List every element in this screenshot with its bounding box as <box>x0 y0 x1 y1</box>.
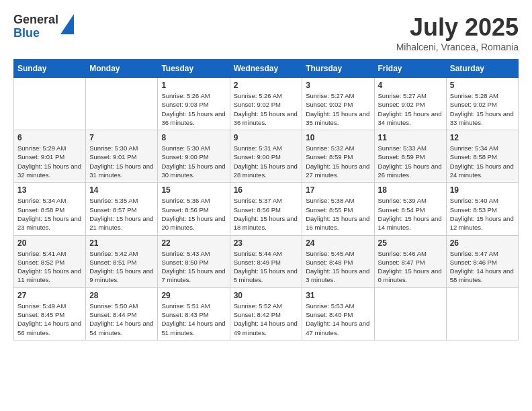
day-number: 19 <box>450 185 515 195</box>
calendar-cell: 29Sunrise: 5:51 AM Sunset: 8:43 PM Dayli… <box>158 287 230 340</box>
calendar-cell: 24Sunrise: 5:45 AM Sunset: 8:48 PM Dayli… <box>302 235 374 287</box>
calendar-cell: 12Sunrise: 5:34 AM Sunset: 8:58 PM Dayli… <box>446 130 518 183</box>
svg-marker-0 <box>60 14 74 34</box>
day-info: Sunrise: 5:40 AM Sunset: 8:53 PM Dayligh… <box>450 196 515 232</box>
day-info: Sunrise: 5:31 AM Sunset: 9:00 PM Dayligh… <box>234 144 299 179</box>
logo-triangle-icon <box>60 14 74 34</box>
calendar-header: SundayMondayTuesdayWednesdayThursdayFrid… <box>14 60 519 78</box>
calendar-cell: 30Sunrise: 5:52 AM Sunset: 8:42 PM Dayli… <box>230 287 302 340</box>
weekday-header-friday: Friday <box>374 60 446 78</box>
logo: General Blue <box>13 13 74 40</box>
calendar-cell: 22Sunrise: 5:43 AM Sunset: 8:50 PM Dayli… <box>158 235 230 287</box>
calendar-cell: 6Sunrise: 5:29 AM Sunset: 9:01 PM Daylig… <box>14 130 86 183</box>
logo-text: General Blue <box>13 13 58 40</box>
calendar-week-row: 20Sunrise: 5:41 AM Sunset: 8:52 PM Dayli… <box>14 235 519 287</box>
day-number: 9 <box>234 133 299 142</box>
day-number: 14 <box>89 185 154 195</box>
day-number: 18 <box>378 185 443 195</box>
day-info: Sunrise: 5:37 AM Sunset: 8:56 PM Dayligh… <box>234 196 299 232</box>
day-number: 30 <box>234 291 299 300</box>
day-info: Sunrise: 5:34 AM Sunset: 8:58 PM Dayligh… <box>17 196 82 232</box>
calendar-cell: 16Sunrise: 5:37 AM Sunset: 8:56 PM Dayli… <box>230 183 302 235</box>
calendar-cell: 23Sunrise: 5:44 AM Sunset: 8:49 PM Dayli… <box>230 235 302 287</box>
day-info: Sunrise: 5:42 AM Sunset: 8:51 PM Dayligh… <box>89 249 154 285</box>
day-number: 28 <box>89 291 154 300</box>
weekday-header-thursday: Thursday <box>302 60 374 78</box>
calendar-week-row: 6Sunrise: 5:29 AM Sunset: 9:01 PM Daylig… <box>14 130 519 183</box>
calendar-cell: 8Sunrise: 5:30 AM Sunset: 9:00 PM Daylig… <box>158 130 230 183</box>
logo-block: General Blue <box>13 13 74 40</box>
calendar-cell: 3Sunrise: 5:27 AM Sunset: 9:02 PM Daylig… <box>302 78 374 130</box>
calendar-cell: 20Sunrise: 5:41 AM Sunset: 8:52 PM Dayli… <box>14 235 86 287</box>
calendar-cell: 9Sunrise: 5:31 AM Sunset: 9:00 PM Daylig… <box>230 130 302 183</box>
calendar-body: 1Sunrise: 5:26 AM Sunset: 9:03 PM Daylig… <box>14 78 519 340</box>
calendar-cell: 11Sunrise: 5:33 AM Sunset: 8:59 PM Dayli… <box>374 130 446 183</box>
day-number: 20 <box>17 238 82 248</box>
day-info: Sunrise: 5:51 AM Sunset: 8:43 PM Dayligh… <box>161 302 226 337</box>
day-info: Sunrise: 5:32 AM Sunset: 8:59 PM Dayligh… <box>306 144 370 179</box>
calendar-cell: 15Sunrise: 5:36 AM Sunset: 8:56 PM Dayli… <box>158 183 230 235</box>
day-number: 7 <box>89 133 154 142</box>
page-header: General Blue July 2025 Mihalceni, Vrance… <box>13 13 519 52</box>
weekday-header-monday: Monday <box>86 60 158 78</box>
logo-general: General <box>13 13 58 26</box>
day-info: Sunrise: 5:30 AM Sunset: 9:01 PM Dayligh… <box>89 144 154 179</box>
day-info: Sunrise: 5:29 AM Sunset: 9:01 PM Dayligh… <box>17 144 82 179</box>
day-number: 23 <box>234 238 299 248</box>
day-info: Sunrise: 5:41 AM Sunset: 8:52 PM Dayligh… <box>17 249 82 285</box>
day-number: 16 <box>234 185 299 195</box>
day-number: 2 <box>234 81 299 90</box>
day-number: 5 <box>450 81 515 90</box>
day-number: 25 <box>378 238 443 248</box>
day-number: 8 <box>161 133 226 142</box>
calendar-cell: 10Sunrise: 5:32 AM Sunset: 8:59 PM Dayli… <box>302 130 374 183</box>
calendar-cell: 17Sunrise: 5:38 AM Sunset: 8:55 PM Dayli… <box>302 183 374 235</box>
calendar-table: SundayMondayTuesdayWednesdayThursdayFrid… <box>13 59 519 340</box>
day-info: Sunrise: 5:45 AM Sunset: 8:48 PM Dayligh… <box>306 249 370 285</box>
weekday-header-wednesday: Wednesday <box>230 60 302 78</box>
day-number: 3 <box>306 81 370 90</box>
calendar-cell <box>446 287 518 340</box>
calendar-cell: 18Sunrise: 5:39 AM Sunset: 8:54 PM Dayli… <box>374 183 446 235</box>
day-number: 6 <box>17 133 82 142</box>
day-number: 13 <box>17 185 82 195</box>
day-info: Sunrise: 5:28 AM Sunset: 9:02 PM Dayligh… <box>450 91 515 127</box>
day-info: Sunrise: 5:47 AM Sunset: 8:46 PM Dayligh… <box>450 249 515 285</box>
calendar-cell: 5Sunrise: 5:28 AM Sunset: 9:02 PM Daylig… <box>446 78 518 130</box>
calendar-cell: 7Sunrise: 5:30 AM Sunset: 9:01 PM Daylig… <box>86 130 158 183</box>
calendar-cell: 21Sunrise: 5:42 AM Sunset: 8:51 PM Dayli… <box>86 235 158 287</box>
weekday-header-row: SundayMondayTuesdayWednesdayThursdayFrid… <box>14 60 519 78</box>
day-info: Sunrise: 5:43 AM Sunset: 8:50 PM Dayligh… <box>161 249 226 285</box>
day-number: 22 <box>161 238 226 248</box>
day-number: 26 <box>450 238 515 248</box>
day-info: Sunrise: 5:27 AM Sunset: 9:02 PM Dayligh… <box>378 91 443 127</box>
day-number: 17 <box>306 185 370 195</box>
weekday-header-tuesday: Tuesday <box>158 60 230 78</box>
day-info: Sunrise: 5:33 AM Sunset: 8:59 PM Dayligh… <box>378 144 443 179</box>
day-number: 12 <box>450 133 515 142</box>
calendar-week-row: 13Sunrise: 5:34 AM Sunset: 8:58 PM Dayli… <box>14 183 519 235</box>
day-info: Sunrise: 5:52 AM Sunset: 8:42 PM Dayligh… <box>234 302 299 337</box>
location-title: Mihalceni, Vrancea, Romania <box>396 42 519 52</box>
day-info: Sunrise: 5:27 AM Sunset: 9:02 PM Dayligh… <box>306 91 370 127</box>
day-info: Sunrise: 5:39 AM Sunset: 8:54 PM Dayligh… <box>378 196 443 232</box>
calendar-cell <box>86 78 158 130</box>
day-info: Sunrise: 5:38 AM Sunset: 8:55 PM Dayligh… <box>306 196 370 232</box>
day-info: Sunrise: 5:50 AM Sunset: 8:44 PM Dayligh… <box>89 302 154 337</box>
calendar-cell: 19Sunrise: 5:40 AM Sunset: 8:53 PM Dayli… <box>446 183 518 235</box>
calendar-cell: 1Sunrise: 5:26 AM Sunset: 9:03 PM Daylig… <box>158 78 230 130</box>
day-info: Sunrise: 5:26 AM Sunset: 9:02 PM Dayligh… <box>234 91 299 127</box>
weekday-header-saturday: Saturday <box>446 60 518 78</box>
day-info: Sunrise: 5:53 AM Sunset: 8:40 PM Dayligh… <box>306 302 370 337</box>
calendar-cell: 28Sunrise: 5:50 AM Sunset: 8:44 PM Dayli… <box>86 287 158 340</box>
calendar-cell: 31Sunrise: 5:53 AM Sunset: 8:40 PM Dayli… <box>302 287 374 340</box>
day-number: 15 <box>161 185 226 195</box>
day-info: Sunrise: 5:30 AM Sunset: 9:00 PM Dayligh… <box>161 144 226 179</box>
calendar-cell: 26Sunrise: 5:47 AM Sunset: 8:46 PM Dayli… <box>446 235 518 287</box>
calendar-cell <box>374 287 446 340</box>
calendar-cell <box>14 78 86 130</box>
day-info: Sunrise: 5:34 AM Sunset: 8:58 PM Dayligh… <box>450 144 515 179</box>
day-info: Sunrise: 5:35 AM Sunset: 8:57 PM Dayligh… <box>89 196 154 232</box>
day-number: 27 <box>17 291 82 300</box>
calendar-cell: 4Sunrise: 5:27 AM Sunset: 9:02 PM Daylig… <box>374 78 446 130</box>
